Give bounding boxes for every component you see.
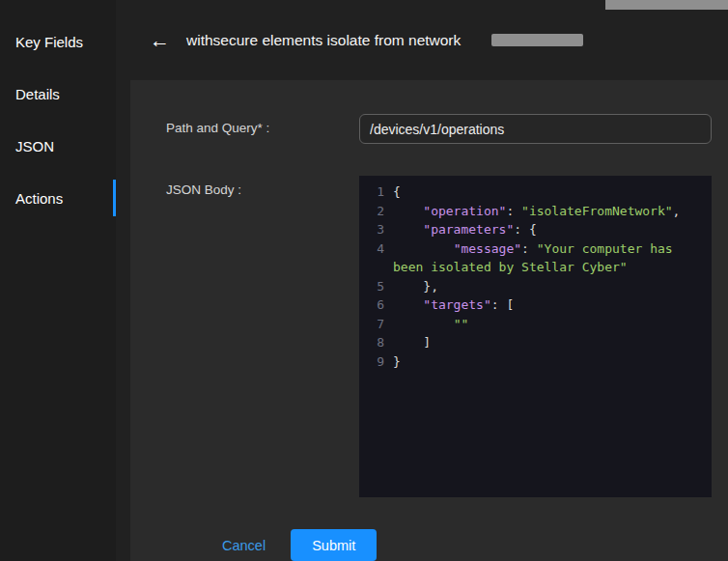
code-text: ]	[393, 333, 704, 352]
main-area: ← withsecure elements isolate from netwo…	[116, 0, 728, 561]
form-panel: Path and Query* : JSON Body : 1{2 "opera…	[130, 80, 728, 561]
code-line: 3 "parameters": {	[359, 220, 704, 239]
code-line: 6 "targets": [	[359, 295, 704, 315]
sidebar-item-label: Key Fields	[15, 34, 83, 50]
page-header: ← withsecure elements isolate from netwo…	[116, 0, 728, 80]
code-line: 5 },	[359, 277, 704, 296]
code-token-plain	[393, 297, 423, 312]
redacted-text-top	[605, 0, 728, 10]
sidebar-item-label: Details	[15, 86, 60, 102]
line-number: 2	[359, 202, 384, 221]
code-text: "targets": [	[393, 295, 704, 315]
path-query-input[interactable]	[359, 114, 712, 144]
sidebar-item-label: JSON	[15, 138, 54, 154]
line-number: 7	[359, 315, 384, 334]
code-token-key: "operation"	[423, 204, 506, 218]
code-token-string: ""	[454, 317, 469, 331]
redacted-text	[491, 34, 583, 46]
path-query-label: Path and Query* :	[166, 114, 359, 144]
code-token-plain	[393, 241, 454, 256]
line-number: 4	[359, 239, 384, 277]
line-number: 9	[359, 352, 384, 372]
app-window: Key Fields Details JSON Actions ← withse…	[0, 0, 728, 561]
code-token-plain	[393, 204, 423, 218]
line-number: 6	[359, 295, 384, 315]
json-body-label: JSON Body :	[166, 176, 359, 497]
code-text: "operation": "isolateFromNetwork",	[393, 202, 704, 221]
code-token-key: "message"	[454, 241, 521, 256]
code-line: 4 "message": "Your computer has been iso…	[359, 239, 704, 277]
code-text: }	[393, 352, 704, 372]
code-text: ""	[393, 315, 704, 334]
cancel-button[interactable]: Cancel	[222, 538, 266, 553]
line-number: 3	[359, 220, 384, 239]
sidebar: Key Fields Details JSON Actions	[0, 0, 116, 561]
code-token-plain: : {	[514, 222, 536, 237]
code-token-plain: :	[506, 204, 521, 218]
code-token-plain: }	[393, 354, 401, 369]
code-line: 9}	[359, 352, 704, 372]
line-number: 1	[359, 182, 384, 202]
path-query-row: Path and Query* :	[166, 114, 712, 144]
form-actions: Cancel Submit	[166, 529, 712, 561]
code-text: "parameters": {	[393, 220, 704, 239]
code-token-plain: ,	[673, 204, 681, 218]
code-text: },	[393, 277, 704, 296]
line-number: 5	[359, 277, 384, 296]
code-token-key: "parameters"	[423, 222, 514, 237]
code-token-plain: ]	[393, 335, 431, 350]
code-token-key: "targets"	[423, 297, 490, 312]
code-token-plain: : [	[491, 297, 514, 312]
code-line: 1{	[359, 182, 704, 202]
sidebar-item-json[interactable]: JSON	[0, 120, 116, 172]
json-body-row: JSON Body : 1{2 "operation": "isolateFro…	[166, 176, 712, 497]
json-body-editor[interactable]: 1{2 "operation": "isolateFromNetwork",3 …	[359, 176, 712, 497]
sidebar-item-key-fields[interactable]: Key Fields	[0, 15, 116, 68]
sidebar-item-label: Actions	[15, 190, 63, 207]
code-line: 8 ]	[359, 333, 704, 352]
code-token-plain	[393, 222, 423, 237]
code-line: 2 "operation": "isolateFromNetwork",	[359, 202, 704, 221]
page-title: withsecure elements isolate from network	[186, 32, 461, 49]
code-line: 7 ""	[359, 315, 704, 334]
line-number: 8	[359, 333, 384, 352]
sidebar-item-actions[interactable]: Actions	[0, 172, 116, 224]
back-arrow-icon[interactable]: ←	[150, 30, 170, 50]
code-text: {	[393, 182, 704, 202]
code-token-plain	[393, 317, 454, 331]
sidebar-item-details[interactable]: Details	[0, 68, 116, 120]
submit-button[interactable]: Submit	[291, 529, 377, 561]
code-lines: 1{2 "operation": "isolateFromNetwork",3 …	[359, 182, 704, 371]
code-token-plain: :	[521, 241, 537, 256]
code-token-plain: },	[393, 279, 438, 294]
code-token-string: "isolateFromNetwork"	[521, 204, 673, 218]
code-token-plain: {	[393, 184, 401, 199]
code-text: "message": "Your computer has been isola…	[393, 239, 704, 277]
